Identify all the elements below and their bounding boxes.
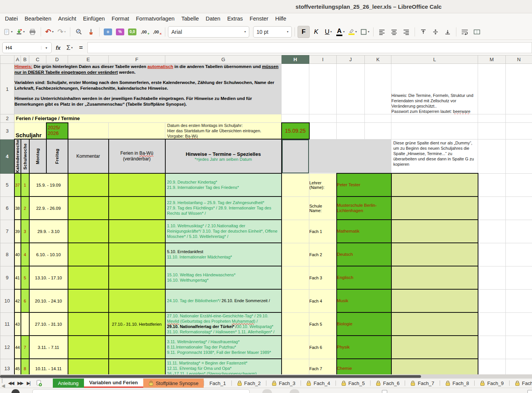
sheet-tab-stoffpl-ne-synopse[interactable]: Stoffpläne Synopse bbox=[143, 379, 204, 388]
delete-decimal-button[interactable]: ,00× bbox=[151, 26, 162, 38]
cell-side-value-7[interactable]: Mathematik bbox=[337, 220, 391, 243]
cell-J1[interactable] bbox=[337, 64, 365, 114]
cell-kalenderwoche-6[interactable]: 38 bbox=[14, 196, 21, 220]
cell-ferien-7[interactable] bbox=[109, 220, 165, 243]
cell-schulwoche-11[interactable] bbox=[21, 312, 29, 336]
cell-I3[interactable] bbox=[309, 123, 337, 139]
cell-N3[interactable] bbox=[506, 123, 532, 139]
cell-N11[interactable] bbox=[506, 312, 532, 336]
find-replace-button[interactable] bbox=[73, 26, 84, 38]
cell-ferien-10[interactable] bbox=[109, 289, 165, 312]
cell-I1[interactable] bbox=[309, 64, 337, 114]
cell-M11[interactable] bbox=[478, 312, 506, 336]
cell-kalenderwoche-5[interactable]: 37 bbox=[14, 173, 21, 196]
cell-C4-montag-header[interactable]: Montag bbox=[29, 139, 46, 173]
chevron-down-icon[interactable]: ▾ bbox=[41, 46, 51, 50]
sheet-tab-fach-2[interactable]: Fach_2 bbox=[232, 379, 266, 388]
cell-G4-hinweise-header[interactable]: Hinweise – Termine – Spezielles *=jedes … bbox=[165, 139, 282, 173]
cell-M3[interactable] bbox=[478, 123, 506, 139]
cell-kommentar-7[interactable] bbox=[68, 220, 109, 243]
cell-A2-section-title[interactable]: Ferien / Feiertage / Termine bbox=[14, 114, 282, 123]
close-find-button[interactable] bbox=[11, 389, 20, 393]
function-wizard-button[interactable]: fx bbox=[53, 43, 63, 53]
cell-side-label-7[interactable]: Fach 1 bbox=[309, 220, 337, 243]
cell-N7[interactable] bbox=[506, 220, 532, 243]
cell-kommentar-8[interactable] bbox=[68, 243, 109, 266]
column-header-M[interactable]: M bbox=[478, 55, 506, 64]
wrap-text-button[interactable] bbox=[459, 26, 470, 38]
cell-L4-dummy-note[interactable]: Diese grüne Spalte dient nur als „Dummy“… bbox=[391, 139, 478, 173]
column-header-A[interactable]: A bbox=[14, 55, 21, 64]
sheet-tab-fach-6[interactable]: Fach_6 bbox=[370, 379, 405, 388]
cell-M6[interactable] bbox=[478, 196, 506, 220]
cell-kalenderwoche-13[interactable]: 45 bbox=[14, 359, 21, 374]
cell-hinweise-8[interactable]: 5.10. Erntedankfest11.10. Internationale… bbox=[165, 243, 282, 266]
cell-H6[interactable] bbox=[282, 196, 309, 220]
cell-dates-7[interactable]: 29.9. - 3.10 bbox=[29, 220, 68, 243]
align-bottom-button[interactable] bbox=[442, 26, 453, 38]
sheet-tab-fach-5[interactable]: Fach_5 bbox=[336, 379, 370, 388]
cell-H7[interactable] bbox=[282, 220, 309, 243]
highlight-color-button[interactable]: ▾ bbox=[347, 26, 358, 38]
cell-kalenderwoche-9[interactable]: 41 bbox=[14, 266, 21, 289]
menu-item-format[interactable]: Format bbox=[108, 14, 133, 23]
cell-kommentar-13[interactable] bbox=[68, 359, 109, 374]
cell-dates-10[interactable]: 20.10. - 24.10 bbox=[29, 289, 68, 312]
cell-dates-6[interactable]: 22.9. - 26.09 bbox=[29, 196, 68, 220]
new-document-button[interactable]: ▾ bbox=[2, 26, 14, 38]
menu-item-fenster[interactable]: Fenster bbox=[246, 14, 272, 23]
cell-H8[interactable] bbox=[282, 243, 309, 266]
cell-I2[interactable] bbox=[309, 114, 337, 123]
column-header-N[interactable]: N bbox=[506, 55, 532, 64]
row-header-5[interactable]: 5 bbox=[0, 173, 14, 196]
cell-hinweise-10[interactable]: 24.10. Tag der Bibliotheken*/ 26.10. End… bbox=[165, 289, 282, 312]
cell-M7[interactable] bbox=[478, 220, 506, 243]
print-button[interactable] bbox=[27, 26, 38, 38]
cell-hinweise-13[interactable]: 11.11. Martinstag* = Beginn der Fastenze… bbox=[165, 359, 282, 374]
format-number-button[interactable]: 0,0 bbox=[127, 26, 138, 38]
cell-ferien-13[interactable] bbox=[109, 359, 165, 374]
cell-kommentar-5[interactable] bbox=[68, 173, 109, 196]
cell-dates-11[interactable]: 27.10. - 31.10 bbox=[29, 312, 68, 336]
cell-hinweise-9[interactable]: 15.10. Welttag des Händewaschens*16.10. … bbox=[165, 266, 282, 289]
merge-cells-button[interactable] bbox=[471, 26, 483, 38]
cell-A3-schuljahr-label[interactable]: Schuljahr bbox=[14, 123, 46, 139]
cell-schulwoche-7[interactable]: 3 bbox=[21, 220, 29, 243]
cell-D4-freitag-header[interactable]: Freitag bbox=[46, 139, 68, 173]
sheet-tab-fach-8[interactable]: Fach_8 bbox=[440, 379, 474, 388]
undo-button[interactable]: ↶ ▾ bbox=[44, 26, 55, 38]
cell-E3[interactable] bbox=[68, 123, 109, 139]
cell-ferien-5[interactable] bbox=[109, 173, 165, 196]
cell-side-value-8[interactable]: Deutsch bbox=[337, 243, 391, 266]
first-sheet-button[interactable]: |◀ bbox=[2, 379, 4, 388]
next-sheet-button[interactable]: ▶▶ bbox=[17, 380, 23, 386]
cell-N4[interactable] bbox=[506, 139, 532, 173]
cell-ferien-11[interactable]: 27.10.- 31.10. Herbstferien bbox=[109, 312, 165, 336]
cell-K2[interactable] bbox=[365, 114, 391, 123]
cell-B4-schulwoche-header[interactable]: Schulwoche bbox=[21, 139, 29, 173]
sheet-tab-fach-9[interactable]: Fach_9 bbox=[475, 379, 509, 388]
cell-ferien-6[interactable] bbox=[109, 196, 165, 220]
cell-G3-start-date-note[interactable]: Datum des ersten Montags im Schuljahr: H… bbox=[165, 123, 282, 139]
cell-J2[interactable] bbox=[337, 114, 365, 123]
cell-dummy-5[interactable] bbox=[391, 173, 478, 196]
menu-item-hilfe[interactable]: Hilfe bbox=[272, 14, 290, 23]
menu-item-tabelle[interactable]: Tabelle bbox=[178, 14, 202, 23]
column-header-I[interactable]: I bbox=[309, 55, 337, 64]
sheet-tab-variablen-und-ferien[interactable]: Variablen und Ferien bbox=[84, 379, 143, 388]
cell-N12[interactable] bbox=[506, 336, 532, 359]
cell-K1[interactable] bbox=[365, 64, 391, 114]
cell-side-label-11[interactable]: Fach 5 bbox=[309, 312, 337, 336]
row-header-1[interactable]: 1 bbox=[0, 64, 14, 114]
cell-side-label-13[interactable]: Fach 7 bbox=[309, 359, 337, 374]
menu-item-einfügen[interactable]: Einfügen bbox=[80, 14, 108, 23]
cell-I4[interactable] bbox=[309, 139, 391, 173]
bold-button[interactable]: F bbox=[298, 26, 310, 38]
cell-side-value-5[interactable]: Peter Tester bbox=[337, 173, 391, 196]
column-header-G[interactable]: G bbox=[165, 55, 282, 64]
column-header-L[interactable]: L bbox=[391, 55, 478, 64]
row-header-7[interactable]: 7 bbox=[0, 220, 14, 243]
cell-dates-9[interactable]: 13.10. - 17.10 bbox=[29, 266, 68, 289]
cell-ferien-9[interactable] bbox=[109, 266, 165, 289]
cell-dummy-8[interactable] bbox=[391, 243, 478, 266]
